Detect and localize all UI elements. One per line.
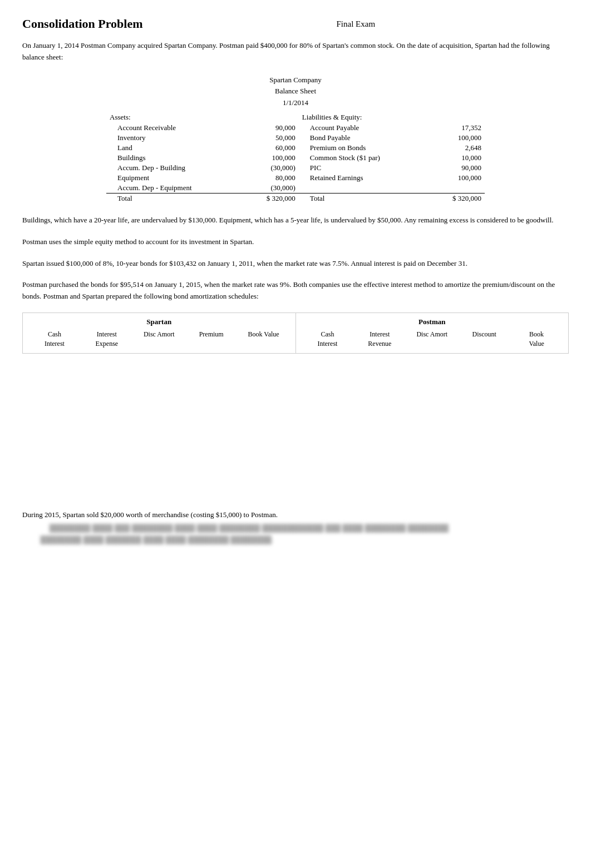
postman-col1-line1: Cash	[302, 330, 354, 339]
bottom-paragraph: During 2015, Spartan sold $20,000 worth …	[22, 509, 569, 521]
exam-label: Final Exam	[143, 17, 569, 29]
spartan-col1-line1: Cash	[28, 330, 81, 339]
asset-value: 100,000	[244, 153, 299, 163]
postman-col5-line2: Value	[510, 339, 563, 349]
liability-value: 100,000	[430, 173, 485, 183]
spartan-title: Spartan	[28, 318, 290, 326]
postman-amort: Postman Cash Interest Interest Revenue D…	[296, 313, 569, 353]
table-row: Equipment 80,000 Retained Earnings 100,0…	[106, 173, 485, 183]
bs-subtitle: Balance Sheet	[106, 86, 485, 97]
liability-value: 10,000	[430, 153, 485, 163]
postman-col3-line2: Disc Amort	[406, 330, 458, 339]
asset-label: Inventory	[106, 133, 244, 143]
spartan-col5: Book Value	[238, 330, 290, 349]
spartan-col2-line2: Expense	[81, 339, 133, 349]
table-row: Buildings 100,000 Common Stock ($1 par) …	[106, 153, 485, 163]
blurred-text: ████████ ████ ███ ████████ ████ ████ ███…	[22, 523, 569, 546]
asset-value: (30,000)	[244, 163, 299, 173]
paragraph-3: Spartan issued $100,000 of 8%, 10-year b…	[22, 258, 569, 270]
liability-label: PIC	[299, 163, 430, 173]
spartan-amort: Spartan Cash Interest Interest Expense D…	[23, 313, 296, 353]
total-row: Total $ 320,000 Total $ 320,000	[106, 193, 485, 204]
asset-value: 90,000	[244, 123, 299, 133]
assets-header: Assets:	[106, 112, 244, 123]
postman-col-headers: Cash Interest Interest Revenue Disc Amor…	[302, 330, 563, 349]
bs-table: Assets: Liabilities & Equity: Account Re…	[106, 112, 485, 204]
page-header: Consolidation Problem Final Exam	[22, 17, 569, 31]
paragraph-2: Postman uses the simple equity method to…	[22, 236, 569, 248]
spartan-col3: Disc Amort	[133, 330, 185, 349]
postman-col3: Disc Amort	[406, 330, 458, 349]
asset-value: 60,000	[244, 143, 299, 153]
liability-label: Bond Payable	[299, 133, 430, 143]
table-row: Account Receivable 90,000 Account Payabl…	[106, 123, 485, 133]
page-title: Consolidation Problem	[22, 17, 143, 31]
spartan-col3-line2: Disc Amort	[133, 330, 185, 339]
spartan-col-headers: Cash Interest Interest Expense Disc Amor…	[28, 330, 290, 349]
bs-company: Spartan Company	[106, 75, 485, 86]
bs-date: 1/1/2014	[106, 97, 485, 109]
asset-total-value: $ 320,000	[244, 193, 299, 204]
liability-value: 2,648	[430, 143, 485, 153]
amortization-table: Spartan Cash Interest Interest Expense D…	[22, 313, 569, 354]
postman-col2-line1: Interest	[353, 330, 406, 339]
table-row: Accum. Dep - Building (30,000) PIC 90,00…	[106, 163, 485, 173]
postman-col1: Cash Interest	[302, 330, 354, 349]
spartan-col4: Premium	[185, 330, 238, 349]
liability-value: 100,000	[430, 133, 485, 143]
spartan-col1: Cash Interest	[28, 330, 81, 349]
liability-value: 17,352	[430, 123, 485, 133]
asset-label: Buildings	[106, 153, 244, 163]
paragraph-4: Postman purchased the bonds for $95,514 …	[22, 279, 569, 302]
spartan-col2-line1: Interest	[81, 330, 133, 339]
liability-label: Account Payable	[299, 123, 430, 133]
postman-col2: Interest Revenue	[353, 330, 406, 349]
liability-label: Common Stock ($1 par)	[299, 153, 430, 163]
spartan-col5-line2: Book Value	[238, 330, 290, 339]
asset-label: Accum. Dep - Equipment	[106, 183, 244, 194]
spartan-col1-line2: Interest	[28, 339, 81, 349]
asset-total-label: Total	[106, 193, 244, 204]
asset-label: Land	[106, 143, 244, 153]
liability-label: Premium on Bonds	[299, 143, 430, 153]
postman-col1-line2: Interest	[302, 339, 354, 349]
postman-title: Postman	[302, 318, 563, 326]
paragraph-1: Buildings, which have a 20-year life, ar…	[22, 215, 569, 226]
postman-col5-line1: Book	[510, 330, 563, 339]
intro-paragraph: On January 1, 2014 Postman Company acqui…	[22, 40, 569, 63]
liabilities-header: Liabilities & Equity:	[299, 112, 430, 123]
liability-value: 90,000	[430, 163, 485, 173]
postman-col4: Discount	[458, 330, 510, 349]
postman-col5: Book Value	[510, 330, 563, 349]
asset-label: Account Receivable	[106, 123, 244, 133]
asset-value: 80,000	[244, 173, 299, 183]
spartan-col2: Interest Expense	[81, 330, 133, 349]
postman-col2-line2: Revenue	[353, 339, 406, 349]
liability-label: Retained Earnings	[299, 173, 430, 183]
asset-value: (30,000)	[244, 183, 299, 194]
asset-value: 50,000	[244, 133, 299, 143]
asset-label: Accum. Dep - Building	[106, 163, 244, 173]
table-row: Inventory 50,000 Bond Payable 100,000	[106, 133, 485, 143]
table-row: Accum. Dep - Equipment (30,000)	[106, 183, 485, 194]
liability-total-value: $ 320,000	[430, 193, 485, 204]
postman-col4-line2: Discount	[458, 330, 510, 339]
bs-header: Spartan Company Balance Sheet 1/1/2014	[106, 75, 485, 109]
balance-sheet: Spartan Company Balance Sheet 1/1/2014 A…	[106, 75, 485, 204]
table-row: Land 60,000 Premium on Bonds 2,648	[106, 143, 485, 153]
spartan-col4-line2: Premium	[185, 330, 238, 339]
liability-total-label: Total	[299, 193, 430, 204]
asset-label: Equipment	[106, 173, 244, 183]
